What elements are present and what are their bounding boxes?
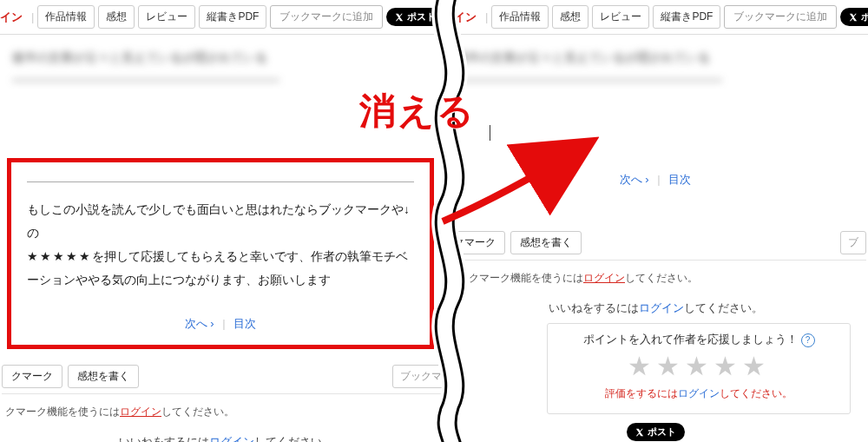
tab-impressions[interactable]: 感想	[98, 5, 135, 29]
top-toolbar-right: グイン | 作品情報 感想 レビュー 縦書きPDF ブックマークに追加 ポスト	[443, 0, 868, 35]
chapter-nav-right: 次へ › | 目次	[443, 172, 868, 188]
top-toolbar: イン | 作品情報 感想 レビュー 縦書きPDF ブックマークに追加 ポスト	[0, 0, 451, 35]
lower-toolbar-right: クマーク 感想を書く ブ	[444, 226, 866, 261]
right-pane: グイン | 作品情報 感想 レビュー 縦書きPDF ブックマークに追加 ポスト …	[443, 0, 868, 442]
add-bookmark-button[interactable]: ブックマークに追加	[724, 5, 837, 29]
x-icon	[635, 428, 644, 437]
nav-sep: |	[657, 173, 660, 186]
login-link-inline[interactable]: ログイン	[120, 406, 161, 418]
next-link[interactable]: 次へ ›	[185, 317, 214, 330]
bottom-post-row: ポスト	[443, 423, 868, 441]
iine-login-msg: いいねをするにはログインしてください。	[0, 435, 451, 442]
toc-link[interactable]: 目次	[668, 173, 691, 186]
x-post-button-bottom[interactable]: ポスト	[627, 423, 685, 441]
bookmark-button[interactable]: クマーク	[444, 231, 505, 254]
tab-reviews[interactable]: レビュー	[592, 5, 649, 29]
tab-vertical-pdf[interactable]: 縦書きPDF	[199, 5, 266, 29]
x-post-button[interactable]: ポスト	[386, 8, 444, 26]
tab-workinfo[interactable]: 作品情報	[37, 5, 95, 29]
bookmark-login-msg-right: ブックマーク機能を使うにはログインしてください。	[443, 261, 868, 296]
login-link[interactable]: グイン	[443, 10, 477, 25]
chapter-nav: 次へ › | 目次	[27, 316, 414, 332]
toc-link[interactable]: 目次	[233, 317, 256, 330]
support-note: 評価をするにはログインしてください。	[548, 386, 850, 401]
blurred-body-right: 後半の文章が云々と見えているが隠されている―――――――――――――――――――…	[443, 35, 868, 94]
promo-stars: ★★★★★	[27, 250, 92, 263]
support-login-link[interactable]: ログイン	[678, 387, 720, 399]
x-post-label: ポスト	[648, 426, 676, 439]
iine-login-msg-right: いいねをするにはログインしてください。	[443, 301, 868, 316]
iine-login-link[interactable]: ログイン	[209, 436, 254, 442]
x-icon	[849, 13, 858, 22]
tab-workinfo[interactable]: 作品情報	[491, 5, 549, 29]
annotation-label: 消える	[359, 87, 476, 135]
promo-line1: もしこの小説を読んで少しでも面白いと思はれたならブックマークや↓の	[27, 203, 410, 240]
login-link[interactable]: イン	[0, 10, 23, 25]
bookmark-field[interactable]: ブ	[840, 231, 866, 254]
bookmark-login-msg: クマーク機能を使うにはログインしてください。	[0, 394, 451, 430]
support-author-box: ポイントを入れて作者を応援しましょう！? ★★★★★ 評価をするにはログインして…	[547, 323, 851, 414]
text-cursor	[490, 125, 490, 141]
write-impression-button[interactable]: 感想を書く	[68, 365, 139, 388]
x-post-label: ポスト	[861, 10, 868, 23]
blurred-body: 後半の文章が云々と見えているが隠されている―――――――――――――――――――…	[0, 35, 451, 94]
divider: |	[31, 10, 34, 23]
x-post-button[interactable]: ポスト	[840, 8, 868, 26]
x-icon	[395, 13, 404, 22]
divider-line	[27, 181, 414, 182]
bookmark-button[interactable]: クマーク	[2, 365, 62, 388]
lower-toolbar: クマーク 感想を書く ブックマ	[2, 360, 450, 394]
tab-impressions[interactable]: 感想	[552, 5, 589, 29]
write-impression-button[interactable]: 感想を書く	[510, 231, 582, 254]
divider: |	[485, 10, 488, 23]
add-bookmark-button[interactable]: ブックマークに追加	[270, 5, 383, 29]
info-icon[interactable]: ?	[801, 333, 815, 347]
login-link-inline[interactable]: ログイン	[583, 272, 625, 284]
left-pane: イン | 作品情報 感想 レビュー 縦書きPDF ブックマークに追加 ポスト 後…	[0, 0, 451, 442]
author-promo-box: もしこの小説を読んで少しでも面白いと思はれたならブックマークや↓の ★★★★★を…	[7, 158, 434, 349]
tab-reviews[interactable]: レビュー	[138, 5, 195, 29]
next-link[interactable]: 次へ ›	[620, 173, 649, 186]
iine-login-link[interactable]: ログイン	[639, 302, 684, 314]
left-lower-stack: クマーク 感想を書く ブックマ クマーク機能を使うにはログインしてください。 い…	[0, 360, 451, 442]
support-stars[interactable]: ★★★★★	[548, 351, 850, 381]
bookmark-field[interactable]: ブックマ	[392, 365, 450, 388]
support-title: ポイントを入れて作者を応援しましょう！?	[548, 333, 850, 347]
x-post-label: ポスト	[407, 10, 436, 23]
tab-vertical-pdf[interactable]: 縦書きPDF	[653, 5, 720, 29]
nav-sep: |	[222, 317, 225, 330]
right-lower-stack: クマーク 感想を書く ブ ブックマーク機能を使うにはログインしてください。 いい…	[443, 226, 868, 441]
